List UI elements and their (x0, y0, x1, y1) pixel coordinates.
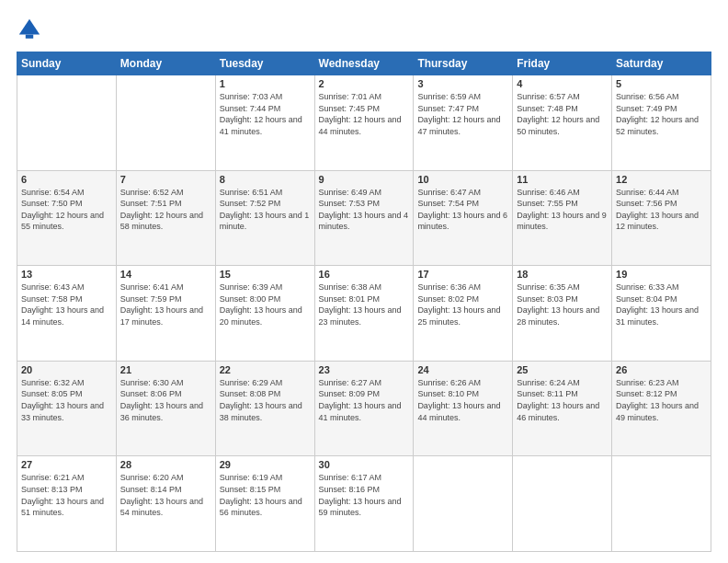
day-info: Sunrise: 6:47 AMSunset: 7:54 PMDaylight:… (417, 187, 508, 233)
day-info: Sunrise: 6:19 AMSunset: 8:15 PMDaylight:… (220, 472, 311, 518)
svg-rect-1 (26, 35, 33, 39)
day-number: 1 (220, 78, 311, 89)
day-number: 23 (319, 364, 410, 375)
day-info: Sunrise: 6:17 AMSunset: 8:16 PMDaylight:… (319, 472, 410, 518)
day-number: 10 (417, 174, 508, 185)
day-info: Sunrise: 6:59 AMSunset: 7:47 PMDaylight:… (417, 91, 508, 137)
day-info: Sunrise: 6:32 AMSunset: 8:05 PMDaylight:… (21, 377, 112, 423)
calendar-day-cell: 27Sunrise: 6:21 AMSunset: 8:13 PMDayligh… (17, 456, 117, 552)
day-info: Sunrise: 6:24 AMSunset: 8:11 PMDaylight:… (517, 377, 608, 423)
calendar-week-row: 6Sunrise: 6:54 AMSunset: 7:50 PMDaylight… (17, 170, 711, 266)
day-number: 3 (417, 78, 508, 89)
calendar-day-cell: 4Sunrise: 6:57 AMSunset: 7:48 PMDaylight… (513, 75, 612, 171)
calendar-day-cell: 12Sunrise: 6:44 AMSunset: 7:56 PMDayligh… (612, 170, 711, 266)
day-number: 4 (517, 78, 608, 89)
calendar-day-cell: 18Sunrise: 6:35 AMSunset: 8:03 PMDayligh… (513, 266, 612, 362)
calendar-table: SundayMondayTuesdayWednesdayThursdayFrid… (17, 52, 711, 552)
day-info: Sunrise: 6:30 AMSunset: 8:06 PMDaylight:… (120, 377, 211, 423)
day-number: 2 (319, 78, 410, 89)
calendar-day-cell: 29Sunrise: 6:19 AMSunset: 8:15 PMDayligh… (215, 456, 314, 552)
day-info: Sunrise: 7:03 AMSunset: 7:44 PMDaylight:… (220, 91, 311, 137)
day-number: 30 (319, 459, 410, 470)
day-info: Sunrise: 6:36 AMSunset: 8:02 PMDaylight:… (417, 282, 508, 327)
day-info: Sunrise: 6:44 AMSunset: 7:56 PMDaylight:… (616, 187, 707, 233)
day-info: Sunrise: 6:35 AMSunset: 8:03 PMDaylight:… (517, 282, 608, 327)
calendar-day-header: Tuesday (215, 52, 314, 75)
calendar-week-row: 20Sunrise: 6:32 AMSunset: 8:05 PMDayligh… (17, 361, 711, 456)
calendar-day-cell: 19Sunrise: 6:33 AMSunset: 8:04 PMDayligh… (612, 266, 711, 362)
calendar-day-cell: 6Sunrise: 6:54 AMSunset: 7:50 PMDaylight… (17, 170, 117, 266)
day-info: Sunrise: 6:51 AMSunset: 7:52 PMDaylight:… (220, 187, 311, 233)
calendar-week-row: 27Sunrise: 6:21 AMSunset: 8:13 PMDayligh… (17, 456, 711, 552)
calendar-day-header: Sunday (17, 52, 117, 75)
day-number: 11 (517, 174, 608, 185)
calendar-day-cell: 16Sunrise: 6:38 AMSunset: 8:01 PMDayligh… (314, 266, 414, 362)
day-info: Sunrise: 6:39 AMSunset: 8:00 PMDaylight:… (220, 282, 311, 327)
day-number: 22 (220, 364, 311, 375)
day-number: 24 (417, 364, 508, 375)
calendar-day-cell: 23Sunrise: 6:27 AMSunset: 8:09 PMDayligh… (314, 361, 414, 456)
day-info: Sunrise: 6:46 AMSunset: 7:55 PMDaylight:… (517, 187, 608, 233)
day-info: Sunrise: 6:56 AMSunset: 7:49 PMDaylight:… (616, 91, 707, 137)
day-info: Sunrise: 6:57 AMSunset: 7:48 PMDaylight:… (517, 91, 608, 137)
day-info: Sunrise: 7:01 AMSunset: 7:45 PMDaylight:… (319, 91, 410, 137)
calendar-day-cell: 17Sunrise: 6:36 AMSunset: 8:02 PMDayligh… (414, 266, 513, 362)
calendar-day-header: Saturday (612, 52, 711, 75)
calendar-day-cell: 7Sunrise: 6:52 AMSunset: 7:51 PMDaylight… (116, 170, 215, 266)
day-info: Sunrise: 6:49 AMSunset: 7:53 PMDaylight:… (319, 187, 410, 233)
day-number: 16 (319, 269, 410, 280)
day-info: Sunrise: 6:41 AMSunset: 7:59 PMDaylight:… (120, 282, 211, 327)
day-number: 7 (120, 174, 211, 185)
day-number: 15 (220, 269, 311, 280)
day-info: Sunrise: 6:29 AMSunset: 8:08 PMDaylight:… (220, 377, 311, 423)
calendar-day-cell: 22Sunrise: 6:29 AMSunset: 8:08 PMDayligh… (215, 361, 314, 456)
day-number: 12 (616, 174, 707, 185)
calendar-day-cell: 21Sunrise: 6:30 AMSunset: 8:06 PMDayligh… (116, 361, 215, 456)
day-number: 28 (120, 459, 211, 470)
day-number: 5 (616, 78, 707, 89)
calendar-day-header: Wednesday (314, 52, 414, 75)
day-info: Sunrise: 6:23 AMSunset: 8:12 PMDaylight:… (616, 377, 707, 423)
calendar-day-cell: 30Sunrise: 6:17 AMSunset: 8:16 PMDayligh… (314, 456, 414, 552)
calendar-header-row: SundayMondayTuesdayWednesdayThursdayFrid… (17, 52, 711, 75)
day-number: 20 (21, 364, 112, 375)
calendar-day-cell (612, 456, 711, 552)
calendar-week-row: 1Sunrise: 7:03 AMSunset: 7:44 PMDaylight… (17, 75, 711, 171)
day-info: Sunrise: 6:43 AMSunset: 7:58 PMDaylight:… (21, 282, 112, 327)
day-number: 21 (120, 364, 211, 375)
day-info: Sunrise: 6:20 AMSunset: 8:14 PMDaylight:… (120, 472, 211, 518)
calendar-day-cell: 14Sunrise: 6:41 AMSunset: 7:59 PMDayligh… (116, 266, 215, 362)
calendar-day-cell: 1Sunrise: 7:03 AMSunset: 7:44 PMDaylight… (215, 75, 314, 171)
calendar-day-cell: 2Sunrise: 7:01 AMSunset: 7:45 PMDaylight… (314, 75, 414, 171)
calendar-day-cell: 11Sunrise: 6:46 AMSunset: 7:55 PMDayligh… (513, 170, 612, 266)
day-info: Sunrise: 6:33 AMSunset: 8:04 PMDaylight:… (616, 282, 707, 327)
day-info: Sunrise: 6:54 AMSunset: 7:50 PMDaylight:… (21, 187, 112, 233)
calendar-day-cell: 15Sunrise: 6:39 AMSunset: 8:00 PMDayligh… (215, 266, 314, 362)
day-number: 25 (517, 364, 608, 375)
page: SundayMondayTuesdayWednesdayThursdayFrid… (0, 0, 728, 563)
calendar-week-row: 13Sunrise: 6:43 AMSunset: 7:58 PMDayligh… (17, 266, 711, 362)
day-number: 19 (616, 269, 707, 280)
calendar-day-cell (17, 75, 117, 171)
calendar-day-cell: 26Sunrise: 6:23 AMSunset: 8:12 PMDayligh… (612, 361, 711, 456)
calendar-day-header: Thursday (414, 52, 513, 75)
calendar-day-cell: 25Sunrise: 6:24 AMSunset: 8:11 PMDayligh… (513, 361, 612, 456)
calendar-day-header: Friday (513, 52, 612, 75)
day-number: 8 (220, 174, 311, 185)
calendar-day-cell: 9Sunrise: 6:49 AMSunset: 7:53 PMDaylight… (314, 170, 414, 266)
calendar-day-cell: 20Sunrise: 6:32 AMSunset: 8:05 PMDayligh… (17, 361, 117, 456)
day-info: Sunrise: 6:52 AMSunset: 7:51 PMDaylight:… (120, 187, 211, 233)
day-number: 13 (21, 269, 112, 280)
calendar-day-cell: 5Sunrise: 6:56 AMSunset: 7:49 PMDaylight… (612, 75, 711, 171)
calendar-day-cell: 8Sunrise: 6:51 AMSunset: 7:52 PMDaylight… (215, 170, 314, 266)
logo (17, 17, 44, 42)
calendar-day-cell: 3Sunrise: 6:59 AMSunset: 7:47 PMDaylight… (414, 75, 513, 171)
calendar-day-header: Monday (116, 52, 215, 75)
day-number: 27 (21, 459, 112, 470)
calendar-day-cell (414, 456, 513, 552)
day-info: Sunrise: 6:38 AMSunset: 8:01 PMDaylight:… (319, 282, 410, 327)
logo-icon (17, 17, 42, 42)
calendar-day-cell: 10Sunrise: 6:47 AMSunset: 7:54 PMDayligh… (414, 170, 513, 266)
calendar-day-cell: 24Sunrise: 6:26 AMSunset: 8:10 PMDayligh… (414, 361, 513, 456)
header (17, 17, 711, 42)
